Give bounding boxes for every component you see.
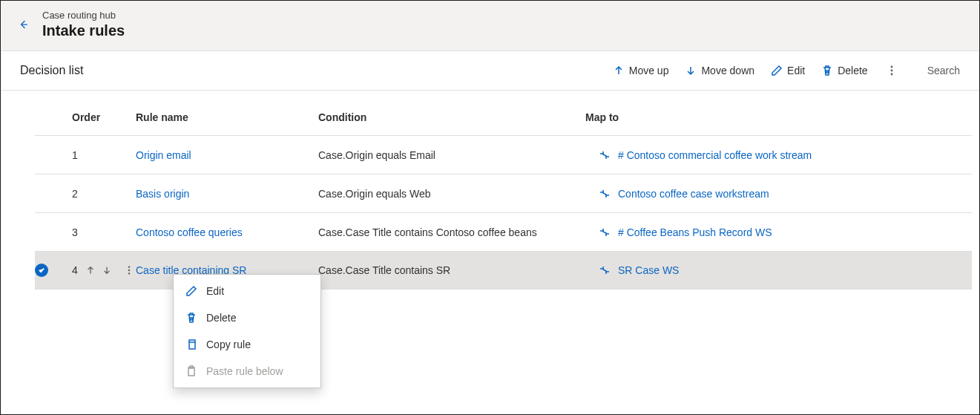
decision-table: Order Rule name Condition Map to 1 Origi… [1, 91, 979, 290]
col-condition[interactable]: Condition [318, 111, 585, 123]
search-label: Search [927, 65, 960, 76]
table-row[interactable]: 1 Origin email Case.Origin equals Email … [35, 135, 972, 174]
delete-label: Delete [838, 65, 867, 76]
ctx-edit[interactable]: Edit [174, 278, 320, 304]
map-to-link[interactable]: Contoso coffee case workstream [585, 188, 971, 200]
arrow-left-icon [16, 17, 30, 32]
condition-text: Case.Case Title contains Contoso coffee … [318, 226, 585, 238]
move-up-button[interactable]: Move up [608, 62, 674, 79]
ctx-copy[interactable]: Copy rule [174, 331, 320, 358]
svg-rect-7 [189, 342, 195, 349]
row-move-up-icon[interactable] [85, 265, 96, 275]
svg-point-4 [128, 266, 130, 267]
order-value: 2 [72, 188, 78, 200]
map-to-link[interactable]: SR Case WS [585, 264, 971, 276]
row-selected-indicator[interactable] [35, 264, 48, 277]
workstream-icon [599, 264, 611, 276]
col-rule-name[interactable]: Rule name [136, 111, 318, 123]
col-map-to[interactable]: Map to [585, 111, 971, 123]
row-move-down-icon[interactable] [102, 265, 112, 275]
trash-icon [185, 312, 197, 324]
section-title: Decision list [20, 64, 83, 77]
svg-point-1 [890, 70, 892, 72]
ctx-copy-label: Copy rule [206, 339, 251, 350]
table-row[interactable]: 2 Basis origin Case.Origin equals Web Co… [35, 174, 972, 212]
more-commands-button[interactable] [883, 62, 901, 79]
order-value: 3 [72, 226, 78, 238]
rule-name-link[interactable]: Basis origin [136, 188, 189, 200]
more-vertical-icon [124, 265, 134, 275]
svg-point-0 [890, 66, 892, 68]
paste-icon [185, 365, 197, 377]
map-to-label: Contoso coffee case workstream [618, 188, 769, 200]
rule-name-link[interactable]: Origin email [136, 149, 191, 161]
command-bar: Decision list Move up Move down Edit Del… [1, 51, 979, 91]
row-context-menu: Edit Delete Copy rule Paste rule below [173, 274, 321, 388]
map-to-label: # Coffee Beans Push Record WS [618, 226, 772, 238]
more-vertical-icon [886, 65, 898, 76]
move-down-label: Move down [701, 65, 754, 76]
svg-point-5 [128, 269, 130, 271]
search-button[interactable]: Search [921, 65, 960, 76]
edit-button[interactable]: Edit [766, 62, 809, 79]
order-value: 4 [72, 264, 78, 276]
col-order[interactable]: Order [72, 111, 136, 123]
map-to-link[interactable]: # Coffee Beans Push Record WS [585, 226, 971, 238]
pencil-icon [185, 285, 197, 297]
ctx-edit-label: Edit [206, 285, 224, 297]
map-to-label: # Contoso commercial coffee work stream [618, 149, 812, 161]
page-title: Intake rules [42, 21, 125, 40]
order-value: 1 [72, 149, 78, 161]
map-to-label: SR Case WS [618, 264, 679, 276]
workstream-icon [599, 226, 611, 238]
condition-text: Case.Origin equals Email [318, 149, 585, 161]
condition-text: Case.Origin equals Web [318, 188, 585, 200]
header-titles: Case routing hub Intake rules [42, 10, 125, 40]
breadcrumb[interactable]: Case routing hub [42, 10, 125, 21]
move-down-button[interactable]: Move down [680, 62, 759, 79]
move-up-label: Move up [629, 65, 669, 76]
page-header: Case routing hub Intake rules [1, 1, 979, 51]
map-to-link[interactable]: # Contoso commercial coffee work stream [585, 149, 971, 161]
trash-icon [821, 65, 833, 76]
arrow-up-icon [613, 65, 625, 76]
checkmark-icon [38, 267, 45, 274]
svg-point-6 [128, 272, 130, 274]
workstream-icon [599, 188, 611, 200]
back-button[interactable] [16, 17, 30, 32]
table-header: Order Rule name Condition Map to [35, 97, 972, 135]
arrow-down-icon [685, 65, 697, 76]
rule-name-link[interactable]: Contoso coffee queries [136, 226, 243, 238]
condition-text: Case.Case Title contains SR [318, 264, 585, 276]
delete-button[interactable]: Delete [817, 62, 872, 79]
ctx-delete-label: Delete [206, 312, 236, 324]
workstream-icon [599, 149, 611, 161]
ctx-delete[interactable]: Delete [174, 304, 320, 331]
ctx-paste: Paste rule below [174, 358, 320, 385]
copy-icon [185, 339, 197, 350]
table-row[interactable]: 3 Contoso coffee queries Case.Case Title… [35, 212, 972, 251]
ctx-paste-label: Paste rule below [206, 365, 283, 377]
row-more-button[interactable] [122, 265, 136, 275]
pencil-icon [771, 65, 783, 76]
edit-label: Edit [787, 65, 805, 76]
svg-point-2 [890, 73, 892, 76]
